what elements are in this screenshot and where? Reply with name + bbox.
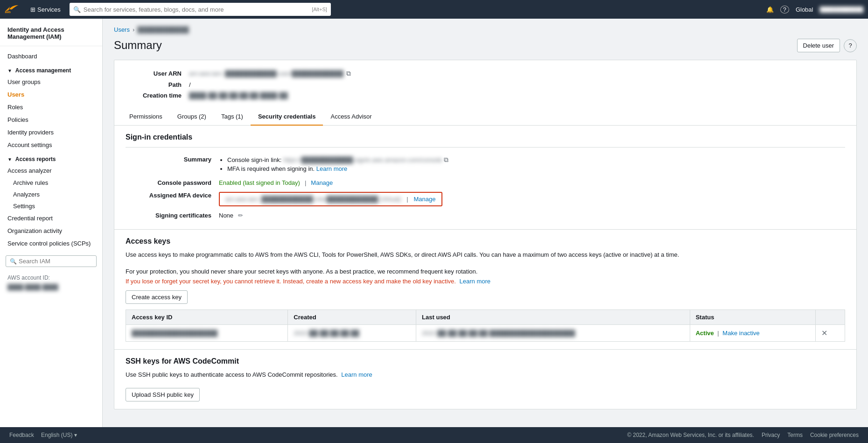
sidebar-item-access-analyzer[interactable]: Access analyzer (0, 164, 102, 177)
top-search-input[interactable] (84, 6, 308, 13)
access-keys-table: Access key ID Created Last used Status █… (126, 309, 845, 342)
delete-user-button[interactable]: Delete user (797, 39, 840, 52)
terms-link[interactable]: Terms (787, 432, 803, 438)
sidebar-item-roles[interactable]: Roles (0, 101, 102, 113)
account-menu[interactable]: ████████████ (819, 7, 863, 12)
manage-mfa-link[interactable]: Manage (414, 196, 436, 203)
bell-icon[interactable]: 🔔 (766, 6, 774, 13)
sidebar-item-users[interactable]: Users (0, 88, 102, 101)
access-keys-section: Access keys Use access keys to make prog… (114, 230, 856, 349)
last-used-value: 2022-██-██ ██:██:██ ████████████████████ (422, 330, 575, 337)
tab-tags[interactable]: Tags (1) (214, 108, 251, 126)
sidebar-search: 🔍 (6, 255, 97, 267)
delete-key-icon[interactable]: ✕ (821, 329, 827, 337)
breadcrumb-separator: › (133, 26, 134, 33)
ssh-keys-section: SSH keys for AWS CodeCommit Use SSH publ… (114, 350, 856, 409)
top-search-bar: 🔍 [Alt+S] (70, 3, 331, 16)
sidebar: Identity and Access Management (IAM) Das… (0, 19, 103, 443)
tab-groups[interactable]: Groups (2) (170, 108, 214, 126)
user-arn-text: arn:aws:iam::████████████:user/█████████… (189, 70, 343, 77)
sidebar-item-identity-providers[interactable]: Identity providers (0, 126, 102, 139)
language-arrow: ▾ (74, 432, 77, 438)
sidebar-item-policies[interactable]: Policies (0, 113, 102, 126)
path-value: / (189, 81, 191, 88)
make-inactive-link[interactable]: Make inactive (722, 330, 759, 337)
console-password-label: Console password (126, 179, 219, 186)
sidebar-account-id: ████ ████ ████ (0, 283, 66, 294)
learn-more-mfa-link[interactable]: Learn more (316, 165, 347, 172)
sidebar-item-organization-activity[interactable]: Organization activity (0, 225, 102, 237)
col-created: Created (288, 310, 416, 325)
page-title: Summary (114, 39, 162, 52)
footer-right: © 2022, Amazon Web Services, Inc. or its… (627, 432, 859, 438)
sidebar-search-input[interactable] (19, 258, 92, 265)
region-selector[interactable]: Global (796, 6, 813, 13)
nav-right: 🔔 ? Global ████████████ (766, 6, 863, 14)
access-keys-title: Access keys (126, 237, 845, 246)
summary-label: Summary (126, 156, 219, 163)
key-id-cell: ████████████████████ (126, 325, 288, 342)
main-content: Users › ████████████ Summary Delete user… (103, 19, 868, 443)
mfa-label: Assigned MFA device (126, 192, 219, 199)
tabs-bar: Permissions Groups (2) Tags (1) Security… (114, 108, 856, 126)
user-arn-label: User ARN (114, 70, 189, 77)
status-cell: Active | Make inactive (690, 325, 815, 342)
sidebar-item-dashboard[interactable]: Dashboard (0, 50, 102, 63)
creation-time-row: Creation time ████-██-██ ██:██:██ ████-█… (114, 90, 856, 101)
search-shortcut: [Alt+S] (312, 7, 327, 12)
mfa-arn: arn:aws:iam::████████████:mfa/██████████… (225, 196, 401, 203)
create-access-key-button[interactable]: Create access key (126, 290, 188, 304)
breadcrumb-current: ████████████ (137, 26, 189, 33)
sidebar-item-settings[interactable]: Settings (0, 200, 102, 212)
top-nav: aws ⊞ Services 🔍 [Alt+S] 🔔 ? Global ████… (0, 0, 868, 19)
copy-link-icon[interactable]: ⧉ (444, 156, 448, 163)
copy-arn-icon[interactable]: ⧉ (346, 70, 351, 77)
help-button[interactable]: ? (844, 39, 857, 52)
cookie-link[interactable]: Cookie preferences (810, 432, 859, 438)
signing-cert-label: Signing certificates (126, 212, 219, 219)
sign-in-credentials-section: Sign-in credentials Summary Console sign… (114, 126, 856, 229)
access-keys-desc2: For your protection, you should never sh… (126, 268, 845, 275)
col-actions (815, 310, 845, 325)
path-label: Path (114, 81, 189, 88)
console-password-status: Enabled (last signed in Today) (219, 179, 300, 186)
summary-item-2: MFA is required when signing in. Learn m… (227, 165, 448, 172)
manage-password-link[interactable]: Manage (311, 179, 333, 186)
header-actions: Delete user ? (797, 39, 857, 52)
sidebar-item-service-control-policies[interactable]: Service control policies (SCPs) (0, 237, 102, 250)
sidebar-item-account-settings[interactable]: Account settings (0, 139, 102, 151)
console-signin-link[interactable]: https://████████████.signin.aws.amazon.c… (283, 156, 442, 163)
upload-ssh-key-button[interactable]: Upload SSH public key (126, 388, 200, 401)
page-header: Summary Delete user ? (114, 39, 857, 52)
console-password-row: Console password Enabled (last signed in… (126, 176, 845, 189)
sidebar-item-archive-rules[interactable]: Archive rules (0, 177, 102, 189)
help-icon[interactable]: ? (780, 6, 789, 14)
mfa-row: Assigned MFA device arn:aws:iam::███████… (126, 189, 845, 209)
sidebar-item-analyzers[interactable]: Analyzers (0, 189, 102, 200)
tab-security-credentials[interactable]: Security credentials (251, 108, 323, 126)
svg-text:aws: aws (5, 10, 11, 14)
language-selector[interactable]: English (US) (41, 432, 72, 438)
breadcrumb-users[interactable]: Users (114, 26, 130, 33)
services-button[interactable]: ⊞ Services (26, 4, 65, 15)
mfa-value: arn:aws:iam::████████████:mfa/██████████… (219, 192, 845, 206)
privacy-link[interactable]: Privacy (762, 432, 780, 438)
learn-more-ssh-link[interactable]: Learn more (341, 371, 372, 378)
sidebar-section-access-reports[interactable]: ▼ Access reports (0, 151, 102, 164)
sidebar-item-credential-report[interactable]: Credential report (0, 212, 102, 225)
learn-more-keys-link[interactable]: Learn more (460, 278, 490, 285)
status-value: Active (696, 330, 714, 337)
sidebar-section-access-management[interactable]: ▼ Access management (0, 63, 102, 76)
tab-access-advisor[interactable]: Access Advisor (323, 108, 379, 126)
tab-permissions[interactable]: Permissions (122, 108, 170, 126)
feedback-link[interactable]: Feedback (9, 432, 34, 438)
sign-in-credentials-title: Sign-in credentials (126, 133, 845, 141)
sidebar-item-user-groups[interactable]: User groups (0, 76, 102, 88)
warning-important: If you lose or forget your secret key, y… (126, 278, 456, 285)
col-status: Status (690, 310, 815, 325)
summary-row: Summary Console sign-in link: https://██… (126, 153, 845, 176)
edit-signing-cert-icon[interactable]: ✏ (238, 212, 243, 219)
section-divider (126, 147, 845, 148)
table-row: ████████████████████ 2022-██-██ ██:██:██… (126, 325, 845, 342)
mfa-highlight-box: arn:aws:iam::████████████:mfa/██████████… (219, 192, 442, 206)
